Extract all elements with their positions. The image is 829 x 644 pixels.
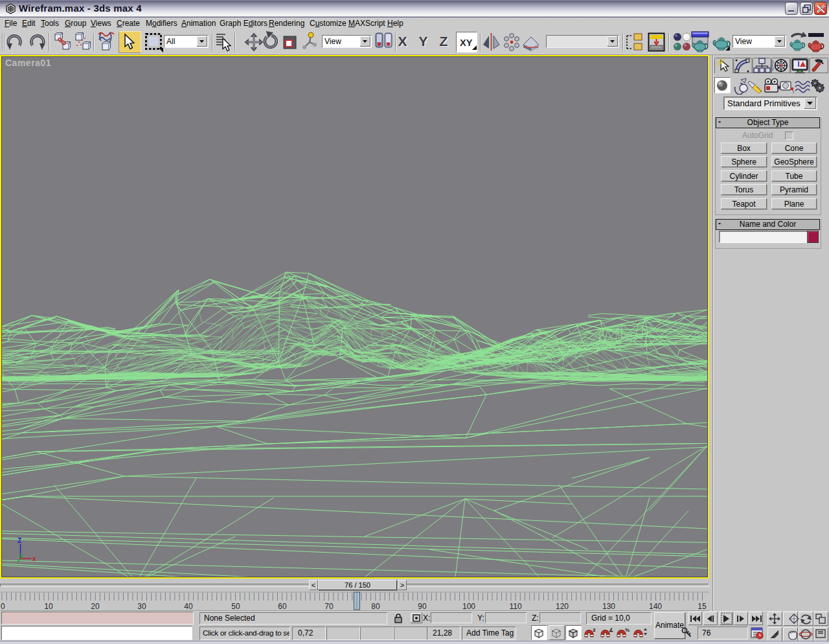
- svg-text:10: 10: [44, 602, 53, 611]
- svg-text:View: View: [735, 37, 752, 46]
- svg-text:All: All: [166, 37, 175, 46]
- svg-text:x: x: [32, 555, 36, 562]
- svg-text:80: 80: [371, 602, 380, 611]
- svg-text:50: 50: [231, 602, 240, 611]
- svg-text:∡: ∡: [609, 627, 613, 633]
- svg-text:Z: Z: [17, 537, 21, 544]
- svg-text:3: 3: [593, 627, 596, 633]
- svg-text:130: 130: [602, 602, 615, 611]
- svg-text:100: 100: [462, 602, 475, 611]
- svg-text:60: 60: [278, 602, 287, 611]
- svg-text:Z: Z: [440, 34, 448, 49]
- svg-text:140: 140: [649, 602, 662, 611]
- svg-text:30: 30: [137, 602, 146, 611]
- svg-text:%: %: [625, 627, 630, 633]
- svg-text:90: 90: [418, 602, 427, 611]
- svg-text:110: 110: [509, 602, 521, 611]
- svg-text:0: 0: [1, 602, 5, 611]
- svg-text:Y: Y: [419, 34, 428, 49]
- svg-text:y: y: [19, 552, 23, 558]
- svg-text:X: X: [398, 34, 407, 49]
- svg-text:15: 15: [698, 602, 707, 611]
- svg-text:120: 120: [556, 602, 569, 611]
- svg-text:20: 20: [91, 602, 100, 611]
- svg-text:View: View: [324, 37, 341, 46]
- svg-text:70: 70: [324, 602, 334, 611]
- svg-text:40: 40: [184, 602, 193, 611]
- svg-text:XY: XY: [460, 38, 473, 48]
